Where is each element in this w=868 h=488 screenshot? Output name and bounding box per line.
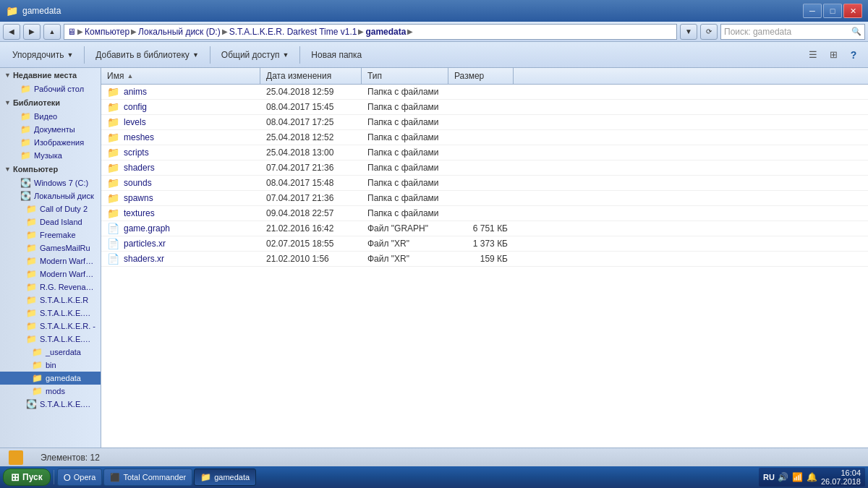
volume-icon[interactable]: 🔊 — [778, 471, 789, 483]
address-path[interactable]: 🖥 ▶ Компьютер ▶ Локальный диск (D:) ▶ S.… — [64, 24, 677, 40]
sidebar-item-rg-revenants[interactable]: 📁 R.G. Revenants — [0, 281, 101, 294]
status-bar: Элементов: 12 — [0, 448, 868, 466]
table-row[interactable]: 📄 game.graph 21.02.2016 16:42 Файл "GRAP… — [101, 221, 868, 236]
table-row[interactable]: 📁 anims 25.04.2018 12:59 Папка с файлами — [101, 85, 868, 100]
tc-icon: ⬛ — [110, 473, 120, 482]
col-header-name[interactable]: Имя ▲ — [101, 68, 260, 84]
col-header-size[interactable]: Размер — [448, 68, 514, 84]
taskbar: ⊞ Пуск O Opera ⬛ Total Commander 📁 gamed… — [0, 466, 868, 488]
share-button[interactable]: Общий доступ ▼ — [215, 45, 296, 65]
sidebar-item-call-of-duty[interactable]: 📁 Call of Duty 2 — [0, 202, 101, 215]
address-bar: ◀ ▶ ▲ 🖥 ▶ Компьютер ▶ Локальный диск (D:… — [0, 22, 868, 42]
sidebar-item-images[interactable]: 📁 Изображения — [0, 136, 101, 149]
stalker4-label: S.T.A.L.K.E.R. D — [40, 335, 96, 343]
sidebar-item-mw2[interactable]: 📁 Modern Warfa... — [0, 267, 101, 281]
rg-icon: 📁 — [26, 282, 37, 292]
sidebar-header-computer[interactable]: ▼ Компьютер — [0, 162, 101, 176]
gamesmail-icon: 📁 — [26, 243, 37, 253]
help-button[interactable]: ? — [845, 46, 862, 64]
table-row[interactable]: 📁 sounds 08.04.2017 15:48 Папка с файлам… — [101, 176, 868, 191]
file-type: Папка с файлами — [362, 178, 448, 188]
time-display: 16:04 — [821, 468, 861, 477]
sidebar-item-freemake[interactable]: 📁 Freemake — [0, 228, 101, 241]
back-button[interactable]: ◀ — [3, 24, 20, 40]
sidebar-item-dead-island[interactable]: 📁 Dead Island — [0, 215, 101, 228]
video-icon: 📁 — [20, 111, 31, 121]
sidebar-item-local-disk[interactable]: 💽 Локальный диск — [0, 189, 101, 202]
sidebar-header-libraries[interactable]: ▼ Библиотеки — [0, 95, 101, 110]
table-row[interactable]: 📄 shaders.xr 21.02.2010 1:56 Файл "XR" 1… — [101, 252, 868, 267]
search-placeholder: Поиск: gamedata — [724, 27, 791, 37]
sidebar-item-stalker2[interactable]: 📁 S.T.A.L.K.E.R Di — [0, 307, 101, 320]
gamedata-label: gamedata — [46, 374, 81, 382]
close-button[interactable]: ✕ — [843, 4, 862, 18]
sidebar-item-music[interactable]: 📁 Музыка — [0, 149, 101, 162]
sidebar-item-documents[interactable]: 📁 Документы — [0, 123, 101, 136]
sidebar-item-stalker1[interactable]: 📁 S.T.A.L.K.E.R — [0, 294, 101, 307]
file-name-cell: 📁 sounds — [101, 177, 260, 189]
path-computer[interactable]: 🖥 — [67, 27, 76, 37]
file-name: game.graph — [124, 223, 170, 234]
taskbar-total-commander[interactable]: ⬛ Total Commander — [103, 468, 192, 486]
mw2-label: Modern Warfa... — [40, 270, 96, 278]
date-display: 26.07.2018 — [821, 477, 861, 486]
sidebar-item-gamedata[interactable]: 📁 gamedata — [0, 372, 101, 385]
file-area[interactable]: Имя ▲ Дата изменения Тип Размер 📁 anims … — [101, 68, 868, 448]
view-details-button[interactable]: ☰ — [804, 46, 822, 64]
sidebar-item-gamesmail[interactable]: 📁 GamesMailRu — [0, 241, 101, 254]
path-gamedata[interactable]: gamedata — [365, 27, 406, 37]
minimize-button[interactable]: ─ — [803, 4, 822, 18]
maximize-button[interactable]: □ — [823, 4, 842, 18]
file-icon: 📄 — [107, 253, 119, 265]
path-computer-label[interactable]: Компьютер — [85, 27, 129, 37]
windows-logo: ⊞ — [11, 471, 20, 483]
taskbar-explorer[interactable]: 📁 gamedata — [194, 468, 256, 486]
path-drive[interactable]: Локальный диск (D:) — [138, 27, 221, 37]
table-row[interactable]: 📁 scripts 25.04.2018 13:00 Папка с файла… — [101, 145, 868, 160]
path-dropdown-button[interactable]: ▼ — [680, 24, 697, 40]
sidebar-item-desktop[interactable]: 📁 Рабочий стол — [0, 82, 101, 95]
table-row[interactable]: 📁 meshes 25.04.2018 12:52 Папка с файлам… — [101, 130, 868, 145]
sidebar-item-mw1[interactable]: 📁 Modern Warfa... — [0, 254, 101, 267]
col-header-date[interactable]: Дата изменения — [260, 68, 362, 84]
sidebar-item-windows-c[interactable]: 💽 Windows 7 (C:) — [0, 176, 101, 189]
computer-label: Компьютер — [13, 165, 58, 174]
sidebar-item-stalker-t[interactable]: 💽 S.T.A.L.K.E.R. T — [0, 398, 101, 411]
start-button[interactable]: ⊞ Пуск — [3, 468, 51, 486]
search-box[interactable]: Поиск: gamedata 🔍 — [720, 24, 865, 40]
table-row[interactable]: 📁 config 08.04.2017 15:45 Папка с файлам… — [101, 100, 868, 115]
view-tiles-button[interactable]: ⊞ — [825, 46, 842, 64]
table-row[interactable]: 📁 levels 08.04.2017 17:25 Папка с файлам… — [101, 115, 868, 130]
network-icon[interactable]: 📶 — [792, 471, 804, 483]
refresh-button[interactable]: ⟳ — [700, 24, 718, 40]
up-button[interactable]: ▲ — [43, 24, 61, 40]
window-icon: 📁 — [6, 5, 18, 17]
sidebar-item-bin[interactable]: 📁 bin — [0, 359, 101, 372]
sidebar-item-stalker4[interactable]: 📁 S.T.A.L.K.E.R. D — [0, 333, 101, 346]
notification-icon[interactable]: 🔔 — [807, 471, 818, 483]
sidebar-item-mods[interactable]: 📁 mods — [0, 385, 101, 398]
sidebar-header-recent[interactable]: ▼ Недавние места — [0, 68, 101, 82]
organize-button[interactable]: Упорядочить ▼ — [6, 45, 80, 65]
file-type: Папка с файлами — [362, 147, 448, 158]
file-type: Папка с файлами — [362, 132, 448, 142]
new-folder-button[interactable]: Новая папка — [305, 45, 368, 65]
table-row[interactable]: 📁 textures 09.04.2018 22:57 Папка с файл… — [101, 206, 868, 221]
table-row[interactable]: 📁 shaders 07.04.2017 21:36 Папка с файла… — [101, 160, 868, 176]
library-button[interactable]: Добавить в библиотеку ▼ — [89, 45, 205, 65]
sidebar-item-video[interactable]: 📁 Видео — [0, 110, 101, 123]
forward-button[interactable]: ▶ — [23, 24, 41, 40]
path-stalker[interactable]: S.T.A.L.K.E.R. Darkest Time v1.1 — [229, 27, 357, 37]
file-name-cell: 📁 config — [101, 101, 260, 113]
taskbar-opera[interactable]: O Opera — [57, 468, 103, 486]
table-row[interactable]: 📁 spawns 07.04.2017 21:36 Папка с файлам… — [101, 191, 868, 206]
table-row[interactable]: 📄 particles.xr 02.07.2015 18:55 Файл "XR… — [101, 236, 868, 252]
mw1-icon: 📁 — [26, 256, 37, 266]
file-type: Папка с файлами — [362, 102, 448, 112]
organize-label: Упорядочить — [12, 50, 64, 60]
sidebar-item-userdata[interactable]: 📁 _userdata — [0, 346, 101, 359]
recent-label: Недавние места — [13, 71, 77, 80]
sidebar-item-stalker3[interactable]: 📁 S.T.A.L.K.E.R. - — [0, 320, 101, 333]
search-icon[interactable]: 🔍 — [851, 27, 861, 36]
col-header-type[interactable]: Тип — [362, 68, 448, 84]
